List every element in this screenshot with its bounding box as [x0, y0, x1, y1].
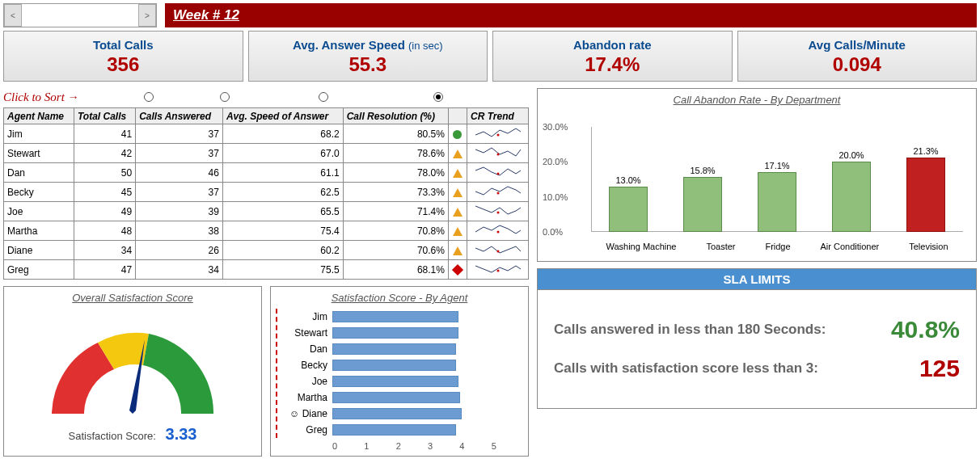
agent-sat-bar [332, 424, 523, 436]
agent-sat-row: ☺ Diane [276, 406, 523, 422]
bar-value-label: 20.0% [827, 150, 876, 160]
week-banner: Week # 12 [165, 3, 977, 27]
status-warn-icon [453, 227, 463, 236]
axis-tick: 4 [459, 441, 491, 451]
sla-answered-value: 40.8% [838, 316, 960, 343]
cr-trend-sparkline [467, 241, 529, 260]
calls-answered: 38 [136, 221, 223, 241]
sort-radio-speed[interactable] [319, 92, 328, 102]
satisfaction-gauge [27, 309, 238, 422]
calls-answered: 37 [136, 144, 223, 163]
cr-trend-sparkline [467, 124, 529, 144]
svg-point-1 [496, 154, 499, 156]
x-tick: Air Conditioner [821, 242, 880, 251]
sort-radio-total-calls[interactable] [144, 92, 154, 102]
calls-answered: 26 [136, 241, 223, 260]
avg-speed: 65.5 [222, 202, 343, 221]
cr-indicator [448, 144, 467, 163]
stepper-track [22, 4, 138, 27]
table-row: Jim413768.280.5% [4, 124, 529, 144]
cr-indicator [448, 202, 467, 221]
svg-point-0 [496, 134, 499, 137]
axis-tick: 5 [492, 441, 523, 451]
sla-header: SLA LIMITS [537, 268, 977, 289]
satisfaction-score-value: 3.33 [166, 425, 197, 443]
table-row: Martha483875.470.8% [4, 221, 529, 241]
total-calls: 34 [74, 241, 135, 260]
calls-answered: 46 [136, 163, 223, 183]
sla-panel: Calls answered in less than 180 Seconds:… [537, 289, 977, 409]
agent-sat-name: Becky [276, 360, 332, 371]
sort-radio-call-resolution[interactable] [433, 92, 443, 102]
agent-sat-row: Becky [276, 357, 523, 373]
table-header [448, 108, 467, 124]
agent-name: Diane [4, 241, 74, 260]
avg-speed: 62.5 [222, 183, 343, 202]
agent-name: Greg [4, 260, 74, 280]
table-row: Stewart423767.078.6% [4, 144, 529, 163]
y-tick: 0.0% [543, 227, 563, 237]
bar-value-label: 21.3% [902, 146, 950, 156]
svg-point-7 [496, 270, 499, 272]
calls-answered: 34 [136, 260, 223, 280]
agent-name: Martha [4, 221, 74, 241]
svg-point-6 [496, 250, 499, 253]
table-header: Calls Answered [136, 108, 223, 124]
panel-title: Overall Satisfaction Score [9, 292, 256, 304]
sort-radio-calls-answered[interactable] [220, 92, 230, 102]
svg-point-3 [496, 192, 499, 195]
sort-hint-label: Click to Sort [3, 90, 65, 104]
dept-abandon-panel: Call Abandon Rate - By Department 0.0%10… [537, 88, 977, 262]
panel-title: Satisfaction Score - By Agent [276, 292, 523, 304]
arrow-right-icon: → [68, 90, 79, 103]
kpi-title: Avg Calls/Minute [741, 38, 974, 52]
agent-sat-bar [332, 408, 523, 419]
call-resolution: 80.5% [343, 124, 448, 144]
call-resolution: 73.3% [343, 183, 448, 202]
cr-indicator [448, 241, 467, 260]
avg-speed: 60.2 [222, 241, 343, 260]
x-tick: Washing Machine [606, 242, 676, 251]
agent-sat-row: Greg [276, 422, 523, 438]
dept-bar: 15.8% [678, 166, 727, 232]
table-row: Greg473475.568.1% [4, 260, 529, 280]
kpi-value: 356 [7, 53, 239, 76]
cr-trend-sparkline [467, 260, 529, 280]
total-calls: 41 [74, 124, 135, 144]
axis-tick: 0 [332, 441, 364, 451]
total-calls: 49 [74, 202, 135, 221]
status-ok-icon [453, 130, 462, 139]
week-stepper[interactable]: < > [3, 3, 157, 27]
agent-sat-row: Stewart [276, 325, 523, 341]
table-header: Avg. Speed of Answer [222, 108, 343, 124]
agent-name: Becky [4, 183, 74, 202]
agent-sat-name: Joe [276, 376, 332, 387]
cr-indicator [448, 221, 467, 241]
call-resolution: 78.0% [343, 163, 448, 183]
agent-sat-row: Jim [276, 309, 523, 325]
y-tick: 20.0% [543, 157, 568, 166]
call-resolution: 70.8% [343, 221, 448, 241]
dept-bar: 17.1% [753, 161, 801, 232]
x-tick: Toaster [706, 242, 735, 251]
table-header: Call Resolution (%) [343, 108, 448, 124]
next-week-button[interactable]: > [138, 4, 156, 27]
table-row: Diane342660.270.6% [4, 241, 529, 260]
bar-value-label: 17.1% [753, 161, 801, 170]
status-warn-icon [453, 149, 463, 158]
prev-week-button[interactable]: < [4, 4, 22, 27]
kpi-title: Avg. Answer Speed (in sec) [252, 38, 484, 52]
avg-speed: 68.2 [222, 124, 343, 144]
sla-lowsat-label: Calls with satisfaction score less than … [554, 360, 838, 377]
agent-sat-name: Greg [276, 424, 332, 436]
svg-point-2 [496, 173, 499, 175]
cr-indicator [448, 163, 467, 183]
status-warn-icon [453, 188, 463, 197]
agent-name: Stewart [4, 144, 74, 163]
cr-trend-sparkline [467, 202, 529, 221]
kpi-value: 0.094 [741, 53, 974, 76]
cr-trend-sparkline [467, 163, 529, 183]
agent-name: Joe [4, 202, 74, 221]
cr-indicator [448, 260, 467, 280]
table-row: Joe493965.571.4% [4, 202, 529, 221]
